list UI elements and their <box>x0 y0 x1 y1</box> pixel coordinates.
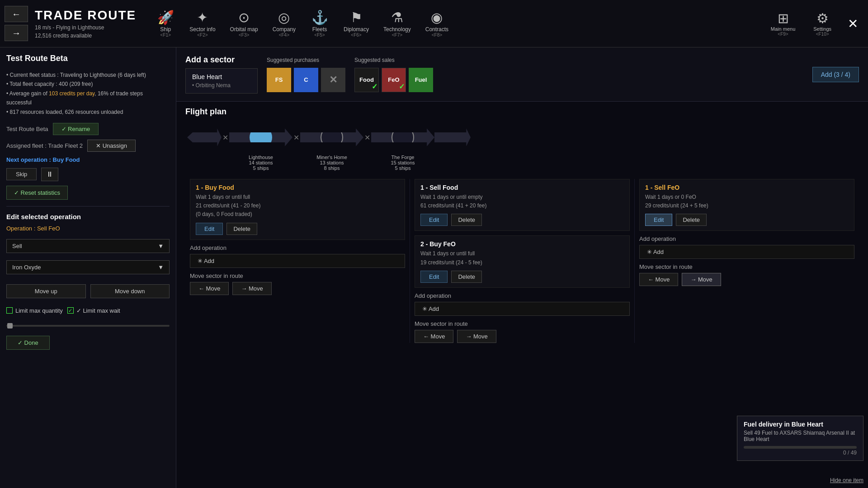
op-resource-dropdown[interactable]: Iron Oxyde ▼ <box>6 260 170 274</box>
main-menu-label: Main menu <box>771 26 795 32</box>
page-title: TRADE ROUTE <box>35 8 136 23</box>
forge-arrow <box>371 127 434 147</box>
nav-sector-info[interactable]: ✦ Sector info <F2> <box>183 7 222 40</box>
move-left-miners-home-button[interactable]: ← Move <box>415 330 453 343</box>
main-menu-button[interactable]: ⊞ Main menu <F9> <box>764 8 802 39</box>
move-up-button[interactable]: Move up <box>6 284 86 298</box>
add-sector-left: Add a sector Blue Heart • Orbiting Nema <box>185 55 258 94</box>
remove-node-3-button[interactable]: ✕ <box>363 133 371 142</box>
sales-food[interactable]: Food ✓ <box>354 68 379 92</box>
chevron-down-icon-2: ▼ <box>158 264 164 271</box>
slider-track <box>6 325 170 327</box>
sales-feo[interactable]: FeO ✓ <box>382 68 406 92</box>
ship-icon: 🚀 <box>157 9 174 25</box>
move-down-button[interactable]: Move down <box>90 284 170 298</box>
forward-button[interactable]: → <box>5 25 28 41</box>
lighthouse-circle <box>250 126 272 149</box>
op-type-dropdown[interactable]: Sell ▼ <box>6 239 170 253</box>
nav-technology[interactable]: ⚗ Technology <F7> <box>377 7 417 40</box>
edit-sell-feo-button[interactable]: Edit <box>645 214 672 226</box>
quantity-slider[interactable] <box>6 322 170 327</box>
op-type-select[interactable]: Sell ▼ <box>6 239 170 253</box>
op-card-sell-food: 1 - Sell Food Wait 1 days or until empty… <box>415 179 630 231</box>
miners-home-label: Miner's Home 13 stations 8 ships <box>316 155 347 171</box>
done-button[interactable]: ✓ Done <box>6 336 50 350</box>
tooltip-progress-bar <box>744 446 857 449</box>
tooltip-title: Fuel delivery in Blue Heart <box>744 421 857 428</box>
delete-sell-feo-button[interactable]: Delete <box>676 214 707 226</box>
op-btns-sell-feo: Edit Delete <box>645 214 849 226</box>
add-op-lighthouse-button[interactable]: ✳ Add <box>190 254 405 268</box>
skip-button[interactable]: Skip <box>6 168 37 180</box>
nav-contracts[interactable]: ◉ Contracts <F8> <box>419 7 455 40</box>
nav-company[interactable]: ◎ Company <F4> <box>266 7 302 40</box>
add-op-miners-home-button[interactable]: ✳ Add <box>415 302 630 316</box>
sales-items: Food ✓ FeO ✓ Fuel <box>354 68 433 92</box>
lighthouse-node-wrapper: Lighthouse 14 stations 5 ships <box>229 127 292 147</box>
nav-fleets-label: Fleets <box>312 26 327 33</box>
route-start <box>185 127 222 147</box>
op-card-buy-food: 1 - Buy Food Wait 1 days or until full21… <box>190 179 405 240</box>
delete-sell-food-button[interactable]: Delete <box>451 214 482 226</box>
limit-max-wait-checkbox[interactable]: ✓ ✓ Limit max wait <box>67 307 120 314</box>
purchase-items: FS C ✕ <box>267 68 345 92</box>
edit-op-title: Edit selected operation <box>6 213 170 221</box>
edit-buy-feo-button[interactable]: Edit <box>420 271 448 283</box>
reset-statistics-button[interactable]: ✓ Reset statistics <box>6 186 68 200</box>
orbital-icon: ⊙ <box>238 9 250 25</box>
nav-contracts-key: <F8> <box>432 33 442 38</box>
op-title-buy-food: 1 - Buy Food <box>196 184 399 191</box>
contracts-icon: ◉ <box>431 9 443 25</box>
back-button[interactable]: ← <box>5 6 28 22</box>
limit-wait-check-icon: ✓ <box>67 307 74 314</box>
move-right-miners-home-button[interactable]: → Move <box>457 330 496 343</box>
forge-ships: 5 ships <box>391 165 415 171</box>
remove-node-1-button[interactable]: ✕ <box>222 133 229 142</box>
hide-item-button[interactable]: Hide one item <box>830 477 863 483</box>
options-row: Limit max quantity ✓ ✓ Limit max wait <box>6 307 170 314</box>
nav-fleets[interactable]: ⚓ Fleets <F5> <box>304 7 335 40</box>
move-left-forge-button[interactable]: ← Move <box>639 273 678 286</box>
edit-sell-food-button[interactable]: Edit <box>420 214 448 226</box>
move-right-lighthouse-button[interactable]: → Move <box>232 282 271 295</box>
nav-icons: 🚀 Ship <F1> ✦ Sector info <F2> ⊙ Orbital… <box>150 7 759 40</box>
settings-label: Settings <box>813 26 831 32</box>
op-desc-buy-feo: Wait 1 days or until full19 credits/unit… <box>420 249 624 267</box>
settings-key: <F10> <box>816 32 829 37</box>
pause-button[interactable]: ⏸ <box>41 168 58 181</box>
limit-max-qty-checkbox[interactable]: Limit max quantity <box>6 307 63 314</box>
move-sector-forge: Move sector in route ← Move → Move <box>639 263 854 286</box>
purchase-c[interactable]: C <box>294 68 318 92</box>
route-arrow-end <box>434 127 471 147</box>
lighthouse-ships: 5 ships <box>249 165 273 171</box>
op-resource-select[interactable]: Iron Oxyde ▼ <box>6 260 170 274</box>
route-visualization: ✕ Lighthouse 14 stations 5 ships ✕ <box>185 123 859 147</box>
sales-fuel[interactable]: Fuel <box>409 68 433 92</box>
unassign-button[interactable]: ✕ Unassign <box>87 140 136 152</box>
sectors-container: 1 - Buy Food Wait 1 days or until full21… <box>185 179 859 343</box>
tooltip-progress-count: 0 / 49 <box>744 450 857 456</box>
delete-buy-feo-button[interactable]: Delete <box>451 271 482 283</box>
slider-thumb[interactable] <box>7 323 13 328</box>
add-op-forge-button[interactable]: ✳ Add <box>639 245 854 259</box>
move-sector-forge-label: Move sector in route <box>639 263 854 270</box>
miners-home-name: Miner's Home <box>316 155 347 160</box>
purchase-fs[interactable]: FS <box>267 68 291 92</box>
delete-buy-food-button[interactable]: Delete <box>226 223 257 235</box>
move-left-lighthouse-button[interactable]: ← Move <box>190 282 229 295</box>
status-line-1: • Current fleet status : Traveling to Li… <box>6 70 170 80</box>
nav-orbital-map[interactable]: ⊙ Orbital map <F3> <box>224 7 264 40</box>
remove-node-2-button[interactable]: ✕ <box>292 133 300 142</box>
nav-ship[interactable]: 🚀 Ship <F1> <box>150 7 181 40</box>
settings-button[interactable]: ⚙ Settings <F10> <box>806 8 839 39</box>
rename-button[interactable]: ✓ Rename <box>53 123 99 135</box>
add-sector-button[interactable]: Add (3 / 4) <box>812 67 859 82</box>
move-right-forge-button[interactable]: → Move <box>682 273 721 286</box>
top-right-buttons: ⊞ Main menu <F9> ⚙ Settings <F10> ✕ <box>764 8 863 39</box>
close-button[interactable]: ✕ <box>842 14 863 33</box>
nav-diplomacy[interactable]: ⚑ Diplomacy <F6> <box>337 7 375 40</box>
nav-sector-label: Sector info <box>189 26 215 33</box>
purchase-x[interactable]: ✕ <box>321 68 345 92</box>
op-btns-sell-food: Edit Delete <box>420 214 624 226</box>
edit-buy-food-button[interactable]: Edit <box>196 223 223 235</box>
